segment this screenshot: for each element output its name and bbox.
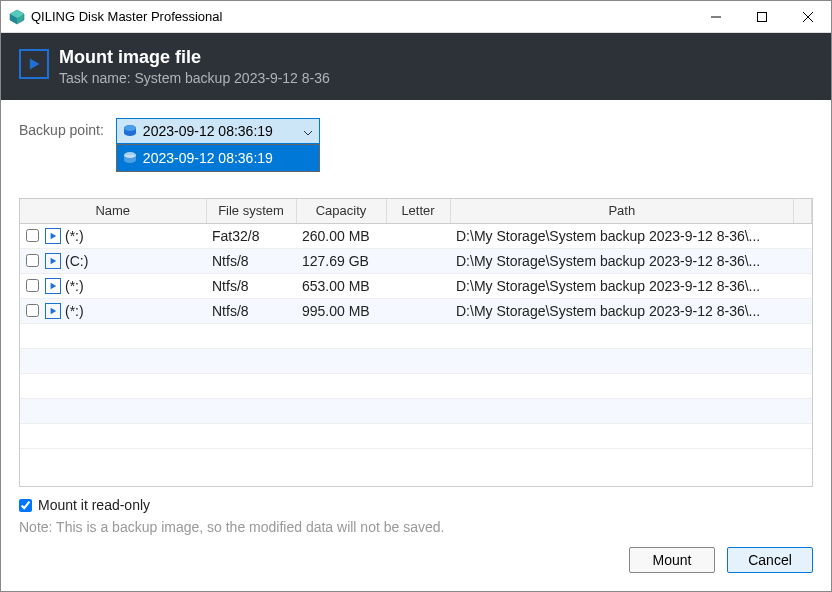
maximize-button[interactable] (739, 1, 785, 33)
backup-point-label: Backup point: (19, 118, 104, 138)
readonly-checkbox[interactable] (19, 499, 32, 512)
mount-icon (19, 49, 49, 79)
body-area: Backup point: 2023-09-12 08:36:19 (1, 100, 831, 591)
row-filesystem: Ntfs/8 (206, 248, 296, 273)
page-subtitle: Task name: System backup 2023-9-12 8-36 (59, 70, 330, 86)
row-checkbox[interactable] (26, 279, 39, 292)
partition-icon (45, 228, 61, 244)
disk-icon (123, 124, 137, 138)
row-letter (386, 273, 450, 298)
table-row[interactable]: (*:)Fat32/8260.00 MBD:\My Storage\System… (20, 223, 812, 248)
partition-icon (45, 253, 61, 269)
col-path[interactable]: Path (450, 199, 794, 223)
readonly-label[interactable]: Mount it read-only (38, 497, 150, 513)
disk-icon (123, 151, 137, 165)
col-name[interactable]: Name (20, 199, 206, 223)
filler-row (20, 348, 812, 373)
note-text: Note: This is a backup image, so the mod… (19, 519, 813, 535)
svg-rect-4 (758, 12, 767, 21)
window-controls (693, 1, 831, 33)
row-name: (C:) (65, 253, 88, 269)
row-capacity: 653.00 MB (296, 273, 386, 298)
row-path: D:\My Storage\System backup 2023-9-12 8-… (450, 298, 794, 323)
row-name: (*:) (65, 303, 84, 319)
dropdown-option[interactable]: 2023-09-12 08:36:19 (117, 145, 319, 171)
header-bar: Mount image file Task name: System backu… (1, 33, 831, 100)
col-filesystem[interactable]: File system (206, 199, 296, 223)
row-path: D:\My Storage\System backup 2023-9-12 8-… (450, 273, 794, 298)
row-capacity: 127.69 GB (296, 248, 386, 273)
window-title: QILING Disk Master Professional (31, 9, 693, 24)
dropdown-option-text: 2023-09-12 08:36:19 (143, 150, 273, 166)
svg-marker-12 (51, 232, 57, 238)
chevron-down-icon (303, 123, 313, 139)
col-letter[interactable]: Letter (386, 199, 450, 223)
filler-row (20, 373, 812, 398)
minimize-button[interactable] (693, 1, 739, 33)
table-row[interactable]: (*:)Ntfs/8653.00 MBD:\My Storage\System … (20, 273, 812, 298)
mount-button[interactable]: Mount (629, 547, 715, 573)
readonly-row: Mount it read-only (19, 497, 813, 513)
row-name: (*:) (65, 228, 84, 244)
row-checkbox[interactable] (26, 229, 39, 242)
svg-marker-15 (51, 307, 57, 313)
page-title: Mount image file (59, 47, 330, 68)
backup-point-dropdown[interactable]: 2023-09-12 08:36:19 2023-09-12 08:36:19 (116, 118, 320, 144)
bottom-area: Mount it read-only Note: This is a backu… (19, 497, 813, 579)
row-letter (386, 248, 450, 273)
row-checkbox[interactable] (26, 254, 39, 267)
svg-point-11 (124, 152, 136, 158)
close-button[interactable] (785, 1, 831, 33)
button-row: Mount Cancel (19, 547, 813, 579)
table-header-row: Name File system Capacity Letter Path (20, 199, 812, 223)
row-filesystem: Ntfs/8 (206, 273, 296, 298)
row-letter (386, 223, 450, 248)
row-filesystem: Ntfs/8 (206, 298, 296, 323)
filler-row (20, 398, 812, 423)
partition-table: Name File system Capacity Letter Path (*… (19, 198, 813, 487)
svg-point-9 (124, 125, 136, 131)
partition-icon (45, 303, 61, 319)
col-capacity[interactable]: Capacity (296, 199, 386, 223)
row-path: D:\My Storage\System backup 2023-9-12 8-… (450, 248, 794, 273)
backup-point-row: Backup point: 2023-09-12 08:36:19 (19, 118, 813, 144)
row-letter (386, 298, 450, 323)
table-row[interactable]: (C:)Ntfs/8127.69 GBD:\My Storage\System … (20, 248, 812, 273)
col-spacer (794, 199, 812, 223)
cancel-button[interactable]: Cancel (727, 547, 813, 573)
filler-row (20, 423, 812, 448)
row-checkbox[interactable] (26, 304, 39, 317)
dropdown-selected[interactable]: 2023-09-12 08:36:19 (116, 118, 320, 144)
row-filesystem: Fat32/8 (206, 223, 296, 248)
svg-marker-13 (51, 257, 57, 263)
table-row[interactable]: (*:)Ntfs/8995.00 MBD:\My Storage\System … (20, 298, 812, 323)
dropdown-list: 2023-09-12 08:36:19 (116, 144, 320, 172)
row-capacity: 995.00 MB (296, 298, 386, 323)
main-window: QILING Disk Master Professional Mount im… (0, 0, 832, 592)
app-icon (9, 9, 25, 25)
header-texts: Mount image file Task name: System backu… (59, 47, 330, 86)
partition-icon (45, 278, 61, 294)
row-capacity: 260.00 MB (296, 223, 386, 248)
titlebar: QILING Disk Master Professional (1, 1, 831, 33)
svg-marker-7 (30, 58, 40, 69)
row-path: D:\My Storage\System backup 2023-9-12 8-… (450, 223, 794, 248)
svg-marker-14 (51, 282, 57, 288)
row-name: (*:) (65, 278, 84, 294)
filler-row (20, 323, 812, 348)
dropdown-selected-text: 2023-09-12 08:36:19 (143, 123, 273, 139)
